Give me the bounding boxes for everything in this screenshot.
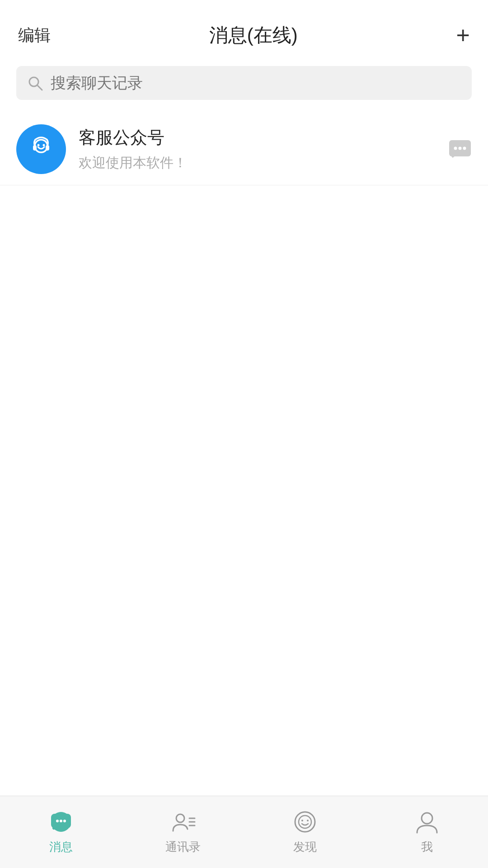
- nav-item-discover[interactable]: 发现: [244, 805, 366, 859]
- svg-point-2: [35, 140, 47, 152]
- nav-label-discover: 发现: [293, 839, 317, 855]
- search-icon: [27, 75, 43, 91]
- chat-info: 客服公众号 欢迎使用本软件！: [79, 126, 439, 172]
- svg-point-21: [299, 816, 311, 828]
- add-button[interactable]: +: [456, 24, 470, 47]
- svg-rect-6: [46, 145, 49, 151]
- nav-label-messages: 消息: [49, 839, 73, 855]
- svg-point-8: [454, 147, 457, 150]
- svg-point-3: [38, 144, 40, 146]
- svg-point-20: [295, 812, 315, 832]
- search-input[interactable]: [51, 74, 461, 92]
- svg-point-23: [307, 820, 309, 821]
- chat-list: 客服公众号 欢迎使用本软件！: [0, 109, 488, 185]
- page-title: 消息(在线): [209, 23, 298, 48]
- svg-point-24: [422, 813, 432, 824]
- chat-item-kefu[interactable]: 客服公众号 欢迎使用本软件！: [0, 113, 488, 185]
- chat-preview: 欢迎使用本软件！: [79, 154, 439, 172]
- svg-point-15: [63, 820, 66, 822]
- svg-point-4: [43, 144, 45, 146]
- search-bar: [16, 66, 472, 100]
- nav-label-me: 我: [421, 839, 433, 855]
- svg-point-14: [60, 820, 62, 822]
- nav-label-contacts: 通讯录: [165, 839, 201, 855]
- svg-point-13: [56, 820, 59, 822]
- svg-point-10: [463, 147, 466, 150]
- nav-item-me[interactable]: 我: [366, 805, 488, 859]
- svg-point-9: [459, 147, 462, 150]
- nav-item-messages[interactable]: 消息: [0, 805, 122, 859]
- chat-name: 客服公众号: [79, 126, 439, 149]
- svg-point-16: [176, 814, 184, 822]
- nav-item-contacts[interactable]: 通讯录: [122, 805, 244, 859]
- svg-point-22: [301, 820, 303, 821]
- svg-line-1: [38, 85, 42, 90]
- edit-button[interactable]: 编辑: [18, 24, 51, 47]
- chat-action-button[interactable]: [448, 139, 472, 159]
- avatar: [16, 124, 66, 174]
- header: 编辑 消息(在线) +: [0, 0, 488, 61]
- svg-rect-5: [33, 145, 37, 151]
- bottom-nav: 消息 通讯录 发现 我: [0, 796, 488, 868]
